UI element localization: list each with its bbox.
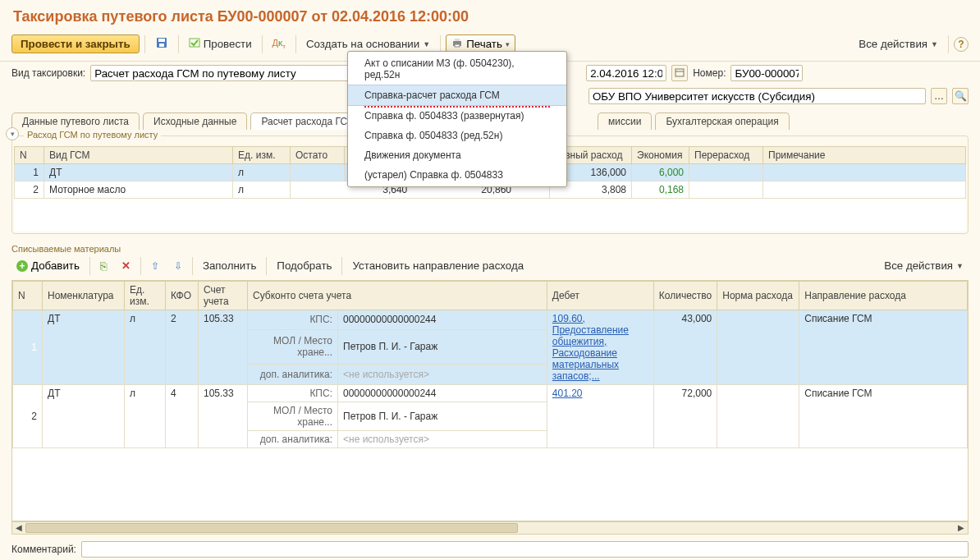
save-button[interactable] [150, 34, 173, 54]
col-ostatok[interactable]: Остато [291, 147, 345, 164]
chevron-down-icon: ▼ [931, 40, 938, 48]
label-kps: КПС: [248, 310, 338, 330]
cell-gsm: ДТ [44, 164, 233, 181]
calendar-button[interactable] [671, 65, 688, 81]
label-kps: КПС: [248, 384, 338, 402]
col-n[interactable]: N [15, 147, 44, 164]
print-label: Печать [466, 38, 502, 50]
svg-rect-6 [455, 44, 460, 47]
dt-kt-icon: ДКт [272, 38, 286, 50]
scroll-thumb[interactable] [25, 523, 518, 533]
arrow-down-icon: ⇩ [174, 260, 182, 272]
setdir-label: Установить направление расхода [352, 259, 524, 272]
svg-rect-7 [675, 69, 684, 76]
menu-item-spravka-gsm[interactable]: Справка-расчет расхода ГСМ [348, 85, 566, 106]
post-label: Провести [204, 38, 252, 50]
svg-rect-2 [159, 44, 164, 47]
cell-dir: Списание ГСМ [799, 310, 968, 384]
org-open-button[interactable]: 🔍 [952, 88, 969, 104]
date-input[interactable] [586, 65, 666, 81]
set-direction-button[interactable]: Установить направление расхода [347, 257, 529, 274]
create-based-button[interactable]: Создать на основании ▼ [301, 35, 435, 53]
col-econ[interactable]: Экономия [632, 147, 689, 164]
col2-norm[interactable]: Норма расхода [717, 281, 799, 310]
scroll-left-icon[interactable]: ◀ [12, 523, 25, 532]
help-button[interactable]: ? [954, 37, 969, 52]
cell-n: 2 [15, 181, 44, 199]
number-input[interactable] [730, 65, 803, 81]
menu-item-old-spravka[interactable]: (устарел) Справка ф. 0504833 [348, 165, 566, 185]
materials-grid: N Номенклатура Ед. изм. КФО Счет учета С… [12, 281, 968, 448]
cell-norm [717, 310, 799, 384]
menu-item-spravka-full[interactable]: Справка ф. 0504833 (развернутая) [348, 106, 566, 126]
post-icon [189, 37, 200, 51]
cell-n: 1 [13, 310, 43, 384]
materials-row[interactable]: 1 ДТ л 2 105.33 КПС: 00000000000000244 1… [13, 310, 968, 330]
col2-debit[interactable]: Дебет [547, 281, 653, 310]
materials-grid-container: N Номенклатура Ед. изм. КФО Счет учета С… [11, 280, 969, 521]
col-unit[interactable]: Ед. изм. [233, 147, 291, 164]
col2-nom[interactable]: Номенклатура [43, 281, 125, 310]
dt-kt-button[interactable]: ДКт [268, 35, 291, 53]
copy-button[interactable]: ⎘ [95, 257, 112, 275]
cell-kps: 00000000000000244 [338, 310, 547, 330]
calendar-icon [675, 67, 685, 80]
collapse-button[interactable]: ▾ [6, 127, 19, 140]
group-title: Расход ГСМ по путевому листу [24, 130, 161, 140]
create-based-label: Создать на основании [306, 38, 419, 50]
scroll-right-icon[interactable]: ▶ [955, 523, 968, 532]
chevron-down-icon: ▾ [506, 40, 510, 48]
pick-button[interactable]: Подобрать [272, 257, 337, 274]
cell-norm [717, 384, 799, 448]
col-over[interactable]: Перерасход [689, 147, 763, 164]
delete-icon: ✕ [121, 259, 131, 272]
materials-row[interactable]: 2 ДТ л 4 105.33 КПС: 00000000000000244 4… [13, 384, 968, 402]
col2-subkonto[interactable]: Субконто счета учета [248, 281, 547, 310]
col2-unit[interactable]: Ед. изм. [125, 281, 166, 310]
print-icon [451, 37, 463, 51]
tab-waybill-data[interactable]: Данные путевого листа [11, 112, 140, 130]
move-down-button[interactable]: ⇩ [169, 258, 187, 274]
tab-source-data[interactable]: Исходные данные [143, 112, 247, 130]
col2-qty[interactable]: Количество [653, 281, 717, 310]
menu-item-spravka-52[interactable]: Справка ф. 0504833 (ред.52н) [348, 126, 566, 145]
add-label: Добавить [31, 259, 80, 272]
cell-debit[interactable]: 109.60, Предоставление общежития, Расход… [552, 313, 629, 382]
all-actions-button-2[interactable]: Все действия ▼ [879, 257, 969, 274]
cell-acct: 105.33 [199, 384, 248, 448]
org-select-button[interactable]: … [931, 88, 947, 104]
org-input[interactable] [588, 88, 926, 104]
cell-gsm: Моторное масло [44, 181, 233, 199]
menu-item-act[interactable]: Акт о списании МЗ (ф. 0504230), ред.52н [348, 53, 566, 85]
add-button[interactable]: + Добавить [11, 257, 85, 274]
save-icon [155, 36, 168, 52]
col-gsm[interactable]: Вид ГСМ [44, 147, 233, 164]
comment-label: Комментарий: [11, 544, 76, 555]
col2-dir[interactable]: Направление расхода [799, 281, 968, 310]
cell-econ: 0,168 [632, 181, 689, 199]
page-title: Таксировка путевого листа БУ00-000007 от… [0, 0, 980, 32]
all-actions-button[interactable]: Все действия ▼ [854, 35, 943, 53]
col2-acct[interactable]: Счет учета [199, 281, 248, 310]
materials-toolbar: + Добавить ⎘ ✕ ⇧ ⇩ Заполнить Подобрать У… [0, 255, 980, 280]
magnifier-icon: 🔍 [955, 90, 967, 102]
post-and-close-button[interactable]: Провести и закрыть [11, 34, 140, 53]
col2-n[interactable]: N [13, 281, 43, 310]
type-input[interactable] [90, 65, 355, 81]
tab-accounting[interactable]: Бухгалтерская операция [655, 112, 789, 130]
cell-debit[interactable]: 401.20 [552, 388, 583, 399]
label-dop: доп. аналитика: [248, 364, 338, 384]
h-scrollbar[interactable]: ◀ ▶ [11, 521, 969, 535]
cell-nom: ДТ [43, 310, 125, 384]
move-up-button[interactable]: ⇧ [146, 258, 164, 274]
delete-button[interactable]: ✕ [117, 257, 135, 274]
fill-button[interactable]: Заполнить [198, 257, 261, 274]
col-note[interactable]: Примечание [763, 147, 966, 164]
tab-commission[interactable]: миссии [598, 112, 652, 130]
post-button[interactable]: Провести [184, 34, 257, 53]
menu-item-movements[interactable]: Движения документа [348, 145, 566, 165]
cell-dop: <не используется> [338, 430, 547, 448]
col2-kfo[interactable]: КФО [166, 281, 199, 310]
comment-input[interactable] [81, 541, 969, 558]
cell-n: 2 [13, 384, 43, 448]
